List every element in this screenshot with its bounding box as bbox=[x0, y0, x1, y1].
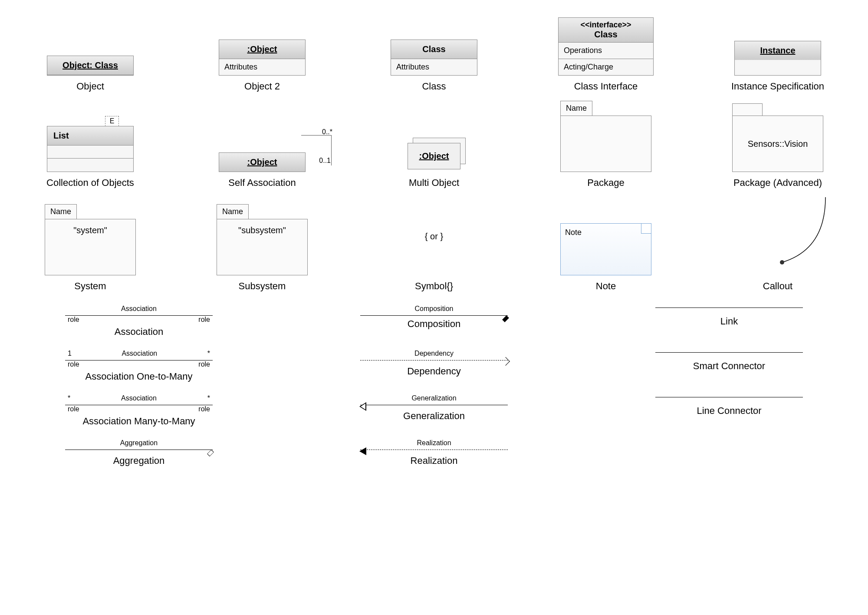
caption-agg: Aggregation bbox=[17, 455, 260, 466]
caption-callout: Callout bbox=[763, 281, 792, 292]
subsystem-body: "subsystem" bbox=[217, 219, 308, 275]
caption-multi: Multi Object bbox=[409, 177, 459, 188]
shape-symbol[interactable]: { or } Symbol{} bbox=[361, 197, 507, 292]
a1m-l2: role bbox=[68, 360, 79, 368]
collection-tag: E bbox=[105, 116, 119, 126]
caption-amm: Association Many-to-Many bbox=[17, 416, 260, 427]
shape-collection[interactable]: E List Collection of Objects bbox=[17, 101, 163, 188]
system-body: "system" bbox=[45, 219, 136, 275]
caption-system: System bbox=[74, 281, 106, 292]
shape-object2[interactable]: :Object Attributes Object 2 bbox=[189, 17, 335, 92]
note-text: Note bbox=[565, 228, 582, 237]
connector-composition[interactable]: Composition Composition bbox=[312, 305, 556, 337]
dep-top: Dependency bbox=[360, 350, 508, 357]
open-arrow-icon bbox=[501, 357, 510, 366]
shape-package-advanced[interactable]: Sensors::Vision Package (Advanced) bbox=[705, 101, 851, 188]
class-header: Class bbox=[391, 40, 477, 59]
connector-link[interactable]: Link bbox=[608, 305, 851, 337]
multi-header: :Object bbox=[408, 143, 461, 169]
interface-op: Operations bbox=[559, 43, 653, 59]
caption-package: Package bbox=[587, 177, 625, 188]
caption-object2: Object 2 bbox=[244, 81, 280, 92]
shape-class-interface[interactable]: <<interface>> Class Operations Acting/Ch… bbox=[533, 17, 679, 92]
connector-smart[interactable]: Smart Connector bbox=[608, 350, 851, 382]
shape-package[interactable]: Name Package bbox=[533, 101, 679, 188]
svg-point-0 bbox=[780, 260, 784, 265]
a1m-mid: Association bbox=[122, 350, 157, 357]
caption-subsystem: Subsystem bbox=[239, 281, 286, 292]
caption-gen: Generalization bbox=[312, 410, 556, 422]
caption-a1m: Association One-to-Many bbox=[17, 371, 260, 382]
triangle-open-icon bbox=[359, 402, 366, 411]
assoc-top: Association bbox=[65, 305, 213, 313]
caption-line: Line Connector bbox=[608, 405, 851, 417]
caption-assoc: Association bbox=[17, 326, 260, 337]
shape-system[interactable]: Name "system" System bbox=[17, 197, 163, 292]
connector-assoc-1m[interactable]: 1 Association * role role Association On… bbox=[17, 350, 260, 382]
amm-r2: role bbox=[198, 405, 210, 413]
arrow-left-icon bbox=[359, 447, 366, 455]
object2-header: :Object bbox=[219, 40, 305, 59]
package2-body: Sensors::Vision bbox=[732, 116, 823, 172]
caption-package2: Package (Advanced) bbox=[733, 177, 822, 188]
class-attr: Attributes bbox=[391, 59, 477, 75]
shape-subsystem[interactable]: Name "subsystem" Subsystem bbox=[189, 197, 335, 292]
caption-class: Class bbox=[422, 81, 446, 92]
shape-note[interactable]: Note Note bbox=[533, 197, 679, 292]
system-tab: Name bbox=[45, 204, 77, 219]
connector-aggregation[interactable]: Aggregation Aggregation bbox=[17, 439, 260, 466]
a1m-l1: 1 bbox=[68, 350, 72, 357]
symbol-text: { or } bbox=[425, 231, 443, 241]
shape-self-association[interactable]: :Object 0..* 0..1 Self Association bbox=[189, 101, 335, 188]
a1m-r1: * bbox=[207, 350, 210, 357]
interface-charge: Acting/Charge bbox=[559, 59, 653, 75]
caption-selfassoc: Self Association bbox=[228, 177, 296, 188]
instance-header: Instance bbox=[735, 41, 821, 60]
amm-l1: * bbox=[68, 394, 70, 402]
assoc-role-r: role bbox=[198, 316, 210, 324]
caption-dep: Dependency bbox=[312, 366, 556, 377]
caption-interface: Class Interface bbox=[574, 81, 638, 92]
collection-header: List bbox=[47, 126, 133, 145]
shape-object[interactable]: Object: Class Object bbox=[17, 17, 163, 92]
shape-callout[interactable]: Callout bbox=[705, 197, 851, 292]
selfassoc-m1: 0..* bbox=[322, 128, 332, 136]
caption-real: Realization bbox=[312, 455, 556, 466]
callout-curve bbox=[778, 197, 830, 267]
caption-object: Object bbox=[76, 81, 104, 92]
comp-top: Composition bbox=[360, 305, 508, 313]
selfassoc-m2: 0..1 bbox=[319, 157, 331, 165]
amm-l2: role bbox=[68, 405, 79, 413]
selfassoc-header: :Object bbox=[219, 153, 305, 172]
caption-collection: Collection of Objects bbox=[46, 177, 134, 188]
real-top: Realization bbox=[360, 439, 508, 447]
caption-symbol: Symbol{} bbox=[415, 281, 453, 292]
object-header: Object: Class bbox=[47, 56, 133, 75]
caption-comp: Composition bbox=[312, 318, 556, 330]
connector-dependency[interactable]: Dependency Dependency bbox=[312, 350, 556, 382]
interface-stereo: <<interface>> bbox=[565, 20, 647, 30]
assoc-role-l: role bbox=[68, 316, 79, 324]
agg-top: Aggregation bbox=[65, 439, 213, 447]
connector-association[interactable]: Association role role Association bbox=[17, 305, 260, 337]
a1m-r2: role bbox=[198, 360, 210, 368]
shape-class[interactable]: Class Attributes Class bbox=[361, 17, 507, 92]
interface-name: Class bbox=[565, 30, 647, 40]
connector-line[interactable]: Line Connector bbox=[608, 394, 851, 427]
connector-realization[interactable]: Realization Realization bbox=[312, 439, 556, 466]
connector-assoc-mm[interactable]: * Association * role role Association Ma… bbox=[17, 394, 260, 427]
caption-note: Note bbox=[596, 281, 616, 292]
package2-tab bbox=[732, 103, 763, 116]
shape-instance[interactable]: Instance Instance Specification bbox=[705, 17, 851, 92]
amm-r1: * bbox=[207, 394, 210, 402]
note-body: Note bbox=[560, 223, 651, 275]
object2-attr: Attributes bbox=[219, 59, 305, 75]
subsystem-tab: Name bbox=[217, 204, 249, 219]
caption-link: Link bbox=[608, 316, 851, 327]
amm-mid: Association bbox=[121, 394, 157, 402]
package-tab: Name bbox=[560, 101, 592, 116]
gen-top: Generalization bbox=[360, 394, 508, 402]
connector-generalization[interactable]: Generalization Generalization bbox=[312, 394, 556, 427]
caption-smart: Smart Connector bbox=[608, 360, 851, 372]
shape-multi-object[interactable]: :Object Multi Object bbox=[361, 101, 507, 188]
